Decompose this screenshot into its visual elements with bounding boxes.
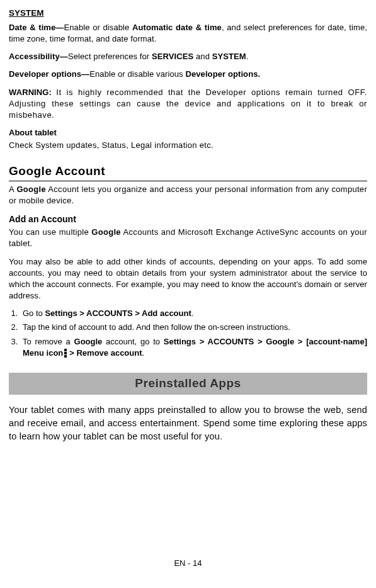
step1-bold: Settings > ACCOUNTS > Add account xyxy=(45,308,191,318)
date-time-label: Date & time— xyxy=(9,23,64,32)
preinstalled-text: Your tablet comes with many apps preinst… xyxy=(9,404,367,443)
preinstalled-heading: Preinstalled Apps xyxy=(9,373,367,395)
accessibility-bold1: SERVICES xyxy=(152,52,193,61)
add-account-para1-pre: You can use multiple xyxy=(9,227,91,237)
list-item: To remove a Google account, go to Settin… xyxy=(20,336,367,359)
step3-bold3: > Remove account xyxy=(69,348,142,358)
google-intro: A Google Account lets you organize and a… xyxy=(9,184,367,206)
developer-bold1: Developer options. xyxy=(185,69,260,79)
step3-bold1: Google xyxy=(74,337,103,346)
step3-pre: To remove a xyxy=(23,337,74,346)
add-account-heading: Add an Account xyxy=(9,213,367,226)
warning-text: It is highly recommended that the Develo… xyxy=(9,88,367,120)
step3-mid1: account, go to xyxy=(102,337,163,346)
add-account-para1: You can use multiple Google Accounts and… xyxy=(9,227,367,249)
accessibility-para: Accessibility—Select preferences for SER… xyxy=(9,51,367,62)
developer-pre: Enable or disable various xyxy=(89,69,185,79)
developer-label: Developer options— xyxy=(9,69,89,79)
add-account-para1-bold1: Google xyxy=(91,227,121,237)
about-tablet-text: Check System updates, Status, Legal info… xyxy=(9,140,367,151)
step1-post: . xyxy=(191,308,194,318)
about-tablet-heading: About tablet xyxy=(9,127,367,139)
list-item: Go to Settings > ACCOUNTS > Add account. xyxy=(20,308,367,319)
step3-post: . xyxy=(142,348,145,358)
accessibility-mid: and xyxy=(193,52,212,61)
warning-para: WARNING: It is highly recommended that t… xyxy=(9,87,367,122)
step1-pre: Go to xyxy=(23,308,45,318)
google-intro-bold1: Google xyxy=(16,184,46,194)
add-account-para2: You may also be able to add other kinds … xyxy=(9,256,367,302)
google-intro-post: Account lets you organize and access you… xyxy=(9,184,367,205)
developer-para: Developer options—Enable or disable vari… xyxy=(9,69,367,80)
list-item: Tap the kind of account to add. And then… xyxy=(20,322,367,333)
system-heading: SYSTEM xyxy=(9,8,367,20)
accessibility-label: Accessibility— xyxy=(9,52,68,61)
accessibility-bold2: SYSTEM xyxy=(212,52,246,61)
steps-list: Go to Settings > ACCOUNTS > Add account.… xyxy=(9,308,367,359)
google-account-heading: Google Account xyxy=(9,163,367,182)
date-time-para: Date & time—Enable or disable Automatic … xyxy=(9,22,367,45)
warning-label: WARNING: xyxy=(9,88,56,97)
accessibility-pre: Select preferences for xyxy=(68,52,152,61)
google-intro-pre: A xyxy=(9,184,16,194)
date-time-pre: Enable or disable xyxy=(64,23,132,32)
date-time-bold1: Automatic date & time xyxy=(132,23,222,32)
menu-icon xyxy=(64,348,68,358)
page-footer: EN - 14 xyxy=(0,558,376,569)
accessibility-post: . xyxy=(246,52,249,61)
